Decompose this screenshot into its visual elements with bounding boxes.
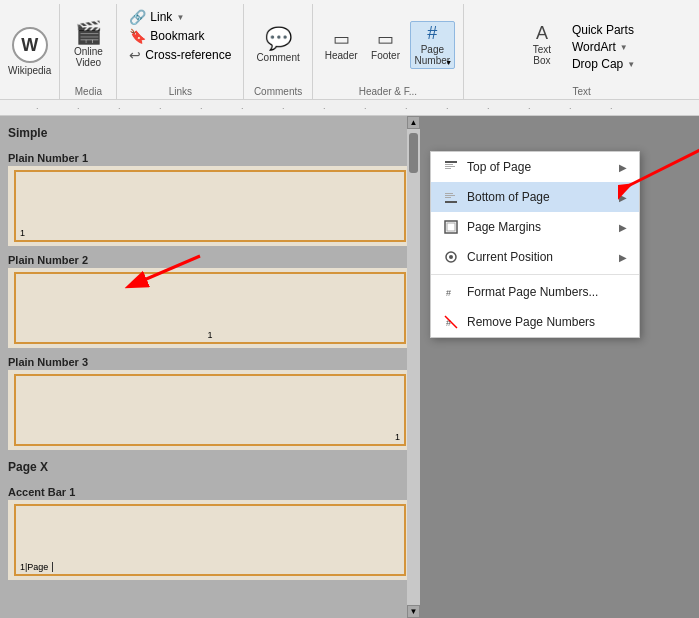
quick-parts-button[interactable]: Quick Parts bbox=[568, 22, 639, 38]
plain-number-2-preview[interactable]: 1 bbox=[8, 268, 412, 348]
plain-number-2-border: 1 bbox=[14, 272, 406, 344]
top-of-page-item[interactable]: Top of Page ▶ bbox=[431, 152, 639, 182]
cross-reference-icon: ↩ bbox=[129, 47, 141, 63]
comment-label: Comment bbox=[256, 52, 299, 63]
top-of-page-label: Top of Page bbox=[467, 160, 611, 174]
top-of-page-arrow: ▶ bbox=[619, 162, 627, 173]
plain-number-3-border: 1 bbox=[14, 374, 406, 446]
current-position-label: Current Position bbox=[467, 250, 611, 264]
svg-rect-7 bbox=[445, 193, 453, 194]
text-group-label: Text bbox=[572, 86, 590, 99]
plain-number-2-indicator: 1 bbox=[207, 330, 212, 340]
bookmark-icon: 🔖 bbox=[129, 28, 146, 44]
plain-number-2-label: Plain Number 2 bbox=[8, 254, 412, 266]
link-dropdown-arrow: ▼ bbox=[176, 13, 184, 22]
plain-number-3-container: Plain Number 3 1 bbox=[8, 356, 412, 450]
text-box-icon: A bbox=[536, 24, 548, 42]
footer-button[interactable]: ▭ Footer bbox=[366, 28, 406, 63]
main-area: Simple Plain Number 1 1 Plain Number 2 1… bbox=[0, 116, 699, 618]
remove-page-numbers-icon: # bbox=[443, 314, 459, 330]
left-panel: Simple Plain Number 1 1 Plain Number 2 1… bbox=[0, 116, 420, 618]
footer-icon: ▭ bbox=[377, 30, 394, 48]
page-margins-label: Page Margins bbox=[467, 220, 611, 234]
format-page-numbers-label: Format Page Numbers... bbox=[467, 285, 627, 299]
wikipedia-logo[interactable]: W bbox=[12, 27, 48, 63]
page-margins-item[interactable]: Page Margins ▶ bbox=[431, 212, 639, 242]
comments-group: 💬 Comment Comments bbox=[244, 4, 312, 99]
media-items: 🎬 OnlineVideo bbox=[66, 4, 110, 86]
media-group: 🎬 OnlineVideo Media bbox=[60, 4, 117, 99]
link-label: Link bbox=[150, 10, 172, 24]
svg-rect-6 bbox=[445, 201, 457, 203]
svg-rect-4 bbox=[445, 166, 455, 167]
link-button[interactable]: 🔗 Link ▼ bbox=[125, 8, 235, 26]
top-of-page-icon bbox=[443, 159, 459, 175]
svg-rect-3 bbox=[445, 164, 453, 165]
current-position-item[interactable]: Current Position ▶ bbox=[431, 242, 639, 272]
page-x-section-label: Page X bbox=[8, 458, 412, 476]
online-video-icon: 🎬 bbox=[75, 22, 102, 44]
footer-label: Footer bbox=[371, 50, 400, 61]
bottom-of-page-arrow: ▶ bbox=[619, 192, 627, 203]
ruler: · · · · · · · · · · · · · · · bbox=[0, 100, 699, 116]
comment-icon: 💬 bbox=[265, 28, 292, 50]
plain-number-3-label: Plain Number 3 bbox=[8, 356, 412, 368]
bookmark-button[interactable]: 🔖 Bookmark bbox=[125, 27, 235, 45]
header-footer-items: ▭ Header ▭ Footer # PageNumber ▼ bbox=[319, 4, 457, 86]
remove-page-numbers-item[interactable]: # Remove Page Numbers bbox=[431, 307, 639, 337]
drop-cap-button[interactable]: Drop Cap ▼ bbox=[568, 56, 639, 72]
online-video-button[interactable]: 🎬 OnlineVideo bbox=[68, 20, 108, 70]
text-box-label: TextBox bbox=[533, 44, 551, 66]
header-icon: ▭ bbox=[333, 30, 350, 48]
comments-group-label: Comments bbox=[254, 86, 302, 99]
svg-rect-5 bbox=[445, 168, 451, 169]
cross-reference-button[interactable]: ↩ Cross-reference bbox=[125, 46, 235, 64]
scroll-down-button[interactable]: ▼ bbox=[407, 605, 420, 618]
bookmark-label: Bookmark bbox=[150, 29, 204, 43]
remove-page-numbers-label: Remove Page Numbers bbox=[467, 315, 627, 329]
comment-button[interactable]: 💬 Comment bbox=[252, 26, 303, 65]
text-box-button[interactable]: A TextBox bbox=[522, 22, 562, 68]
current-position-icon bbox=[443, 249, 459, 265]
plain-number-3-indicator: 1 bbox=[395, 432, 400, 442]
quick-parts-label: Quick Parts bbox=[572, 23, 634, 37]
context-menu: Top of Page ▶ Bottom of Page ▶ Page Marg… bbox=[430, 151, 640, 338]
text-items: A TextBox Quick Parts WordArt ▼ Drop Cap… bbox=[520, 4, 643, 86]
format-page-numbers-item[interactable]: # Format Page Numbers... bbox=[431, 277, 639, 307]
media-group-label: Media bbox=[75, 86, 102, 99]
simple-section-label: Simple bbox=[8, 124, 412, 142]
header-button[interactable]: ▭ Header bbox=[321, 28, 362, 63]
plain-number-1-preview[interactable]: 1 bbox=[8, 166, 412, 246]
comments-items: 💬 Comment bbox=[250, 4, 305, 86]
header-footer-group-label: Header & F... bbox=[359, 86, 417, 99]
scrollbar-thumb[interactable] bbox=[409, 133, 418, 173]
links-group-label: Links bbox=[169, 86, 192, 99]
plain-number-3-preview[interactable]: 1 bbox=[8, 370, 412, 450]
cross-reference-label: Cross-reference bbox=[145, 48, 231, 62]
word-art-dropdown-arrow: ▼ bbox=[620, 43, 628, 52]
scroll-up-button[interactable]: ▲ bbox=[407, 116, 420, 129]
word-art-button[interactable]: WordArt ▼ bbox=[568, 39, 639, 55]
page-margins-arrow: ▶ bbox=[619, 222, 627, 233]
quick-items: Quick Parts WordArt ▼ Drop Cap ▼ bbox=[566, 14, 641, 76]
page-margins-icon bbox=[443, 219, 459, 235]
wikipedia-group: W Wikipedia bbox=[0, 4, 60, 99]
accent-bar-1-label: Accent Bar 1 bbox=[8, 486, 412, 498]
ribbon: W Wikipedia 🎬 OnlineVideo Media 🔗 Link ▼… bbox=[0, 0, 699, 100]
plain-number-1-container: Plain Number 1 1 bbox=[8, 152, 412, 246]
link-icon: 🔗 bbox=[129, 9, 146, 25]
format-page-numbers-icon: # bbox=[443, 284, 459, 300]
drop-cap-dropdown-arrow: ▼ bbox=[627, 60, 635, 69]
right-panel: dn. my Top of Page ▶ Bottom of Page ▶ bbox=[420, 116, 699, 618]
plain-number-1-indicator: 1 bbox=[20, 228, 25, 238]
svg-rect-9 bbox=[445, 197, 451, 198]
accent-bar-1-container: Accent Bar 1 1|Page bbox=[8, 486, 412, 580]
left-panel-scrollbar: ▲ ▼ bbox=[407, 116, 420, 618]
page-number-button[interactable]: # PageNumber ▼ bbox=[410, 21, 456, 69]
accent-bar-1-preview[interactable]: 1|Page bbox=[8, 500, 412, 580]
text-group: A TextBox Quick Parts WordArt ▼ Drop Cap… bbox=[464, 4, 699, 99]
bottom-of-page-item[interactable]: Bottom of Page ▶ bbox=[431, 182, 639, 212]
links-items: 🔗 Link ▼ 🔖 Bookmark ↩ Cross-reference bbox=[123, 4, 237, 68]
wikipedia-label: Wikipedia bbox=[8, 65, 51, 76]
drop-cap-label: Drop Cap bbox=[572, 57, 623, 71]
